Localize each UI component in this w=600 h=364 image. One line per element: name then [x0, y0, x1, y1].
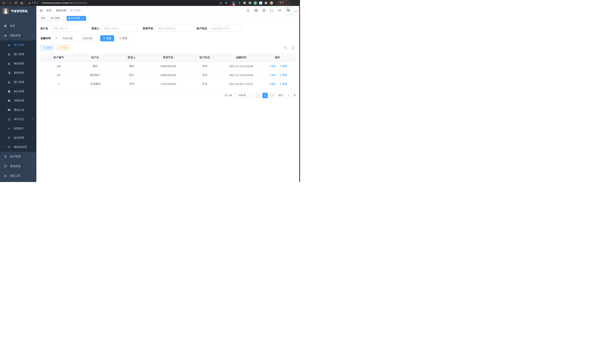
url-path: /system/tenant [72, 2, 87, 4]
sidebar-logo[interactable]: 芋道管理系统 [0, 6, 36, 16]
browser-back-icon[interactable] [1, 0, 6, 5]
export-button-label: 导出 [63, 46, 67, 49]
header-search-icon[interactable] [246, 9, 250, 13]
delete-link[interactable]: 删除 [280, 82, 287, 86]
edit-link[interactable]: 修改 [268, 82, 276, 86]
bookmark-star-icon[interactable] [225, 1, 228, 4]
prev-page-button[interactable] [255, 93, 261, 98]
avatar[interactable] [286, 7, 294, 15]
mobile-label: 联系手机 [143, 27, 153, 30]
next-page-button[interactable] [270, 93, 275, 98]
chevron-left-icon [257, 94, 259, 96]
contact-input[interactable] [102, 25, 137, 32]
warning-icon [28, 2, 31, 4]
refresh-table-button[interactable] [290, 45, 296, 51]
status-select[interactable]: 请选择租户状态 [209, 25, 244, 32]
sidebar-item-pay[interactable]: ¥ 支付管理 [0, 152, 36, 161]
edit-link[interactable]: 修改 [268, 74, 276, 77]
extension-command-icon[interactable]: ⌘ [243, 1, 246, 5]
sidebar-item-notice[interactable]: 通知公告 [0, 105, 36, 115]
reset-button[interactable]: 重置 [116, 35, 130, 41]
sidebar-item-infra[interactable]: 基础设施 [0, 161, 36, 171]
browser-menu-icon[interactable]: ⋮ [285, 1, 288, 4]
sidebar-item-online[interactable]: 在线用户 [0, 124, 36, 133]
page-number-1[interactable]: 1 [262, 93, 268, 98]
github-icon[interactable] [254, 9, 258, 13]
extension-chat-icon[interactable] [259, 1, 262, 5]
browser-update-button[interactable]: 更新 ⋮ [277, 1, 289, 5]
page-size-select[interactable]: 10条/页 [235, 93, 253, 98]
extension-kite-icon[interactable] [237, 1, 241, 5]
app-title: 芋道管理系统 [11, 9, 28, 13]
tab-close-icon[interactable]: × [81, 17, 84, 20]
badge-icon [8, 90, 10, 93]
sidebar-item-dept[interactable]: 部门管理 [0, 78, 36, 87]
sidebar-item-tenant[interactable]: 租户管理 [0, 40, 36, 50]
extensions-puzzle-icon[interactable] [264, 1, 268, 5]
tenant-name-input[interactable] [50, 25, 86, 32]
sidebar-item-label: 基础设施 [10, 165, 20, 168]
breadcrumb-system[interactable]: 系统管理 [56, 9, 66, 12]
cell-tenant-id: 108 [40, 62, 77, 71]
sidebar-item-user[interactable]: 用户管理 [0, 50, 36, 59]
security-indicator[interactable]: 不安全 [28, 1, 38, 4]
tab-close-icon[interactable]: × [61, 17, 64, 20]
sidebar-item-dict[interactable]: 字典管理 [0, 96, 36, 105]
add-button[interactable]: 新增 [40, 45, 54, 51]
export-button[interactable]: 导出 [56, 45, 70, 51]
sidebar-item-system[interactable]: 系统管理 [0, 31, 36, 40]
help-icon[interactable] [262, 9, 266, 13]
toolbox-icon [4, 174, 7, 177]
tab-tenant[interactable]: 租户管理 × [67, 16, 86, 21]
sidebar-item-errcode[interactable]: </> 错误码管理 [0, 142, 36, 152]
sidebar-item-label: 租户管理 [14, 43, 24, 47]
extension-grid-icon[interactable]: 10 [232, 1, 235, 5]
sidebar-item-post[interactable]: 岗位管理 [0, 87, 36, 96]
sidebar-item-menu[interactable]: 菜单管理 [0, 68, 36, 78]
share-icon[interactable] [219, 1, 222, 4]
address-bar[interactable]: 不安全 dashboard.yudao.iocoder.cn/system/te… [26, 1, 229, 5]
refresh-icon [292, 47, 294, 49]
sidebar-toggle-icon[interactable] [39, 9, 43, 13]
sidebar-item-role[interactable]: 角色管理 [0, 59, 36, 68]
user-menu[interactable]: ▼ [286, 6, 297, 15]
font-size-icon[interactable]: ᴛT [277, 9, 281, 13]
delete-link[interactable]: 删除 [280, 74, 287, 77]
tab-home[interactable]: 首页 [39, 16, 47, 21]
extension-dot-icon[interactable] [248, 1, 252, 5]
edit-link[interactable]: 修改 [268, 65, 276, 68]
profile-emoji-icon[interactable] [270, 1, 273, 5]
sidebar-item-sms[interactable]: 短信管理 [0, 133, 36, 142]
goto-page-input[interactable] [285, 93, 292, 98]
extension-strip: 10 ⌘ y 更新 ⋮ [232, 1, 289, 5]
tab-dept[interactable]: 部门管理 × [49, 16, 66, 21]
mobile-input[interactable] [155, 25, 191, 32]
extension-y-icon[interactable]: y [254, 1, 257, 5]
cell-contact: 秃头 [113, 71, 150, 80]
sidebar-item-home[interactable]: 首页 [0, 21, 36, 31]
date-range-picker[interactable]: - [53, 35, 98, 42]
cell-created: 2021-12-14 20:49:44 [223, 71, 260, 80]
fullscreen-icon[interactable] [270, 9, 274, 13]
tab-label: 部门管理 [51, 17, 60, 20]
browser-toolbar: 不安全 dashboard.yudao.iocoder.cn/system/te… [0, 0, 300, 6]
code-icon: </> [8, 146, 10, 149]
browser-forward-icon[interactable] [7, 0, 12, 5]
sidebar-menu: 首页 系统管理 租户管理 [0, 21, 36, 181]
search-button[interactable]: 搜索 [100, 35, 114, 41]
delete-link[interactable]: 删除 [280, 65, 287, 68]
shield-check-icon [8, 136, 10, 139]
sidebar-item-label: 在线用户 [14, 127, 24, 130]
breadcrumb-home[interactable]: 首页 [46, 9, 52, 12]
toggle-search-button[interactable] [282, 45, 288, 51]
browser-home-icon[interactable] [19, 0, 24, 5]
date-start-input[interactable] [59, 37, 75, 40]
sidebar-item-tool[interactable]: 研发工具 [0, 171, 36, 181]
browser-reload-icon[interactable] [13, 0, 18, 5]
sidebar-item-audit[interactable]: 审计日志 [0, 115, 36, 124]
date-end-input[interactable] [79, 37, 95, 40]
gear-icon [4, 34, 7, 37]
main-panel: 首页 / 系统管理 / 租户管理 [36, 6, 300, 182]
chevron-right-icon [271, 94, 273, 96]
chevron-down-icon [31, 136, 33, 139]
